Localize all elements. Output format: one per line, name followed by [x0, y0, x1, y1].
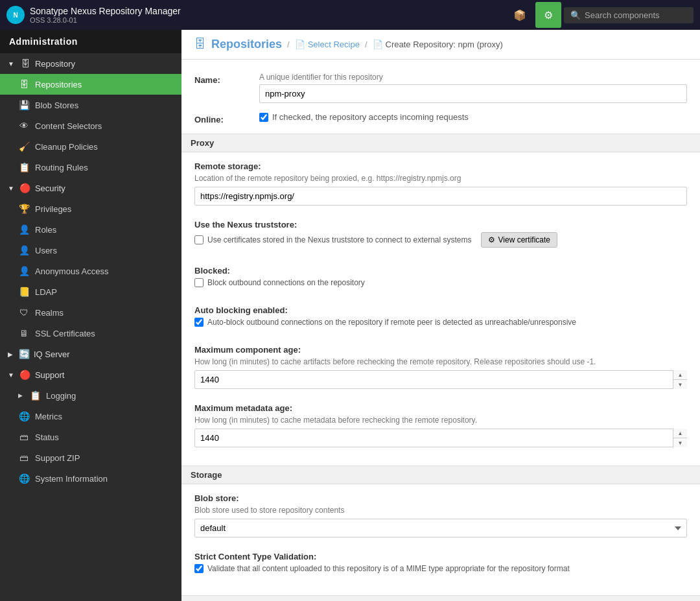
recipe-icon: 📄: [295, 40, 305, 49]
max-component-age-hint: How long (in minutes) to cache artifacts…: [194, 357, 687, 366]
content-header: 🗄 Repositories / 📄 Select Recipe / 📄 Cre…: [181, 30, 700, 60]
max-component-age-label: Maximum component age:: [194, 345, 687, 355]
sidebar-item-status[interactable]: 🗃 Status: [0, 427, 181, 447]
sidebar-item-metrics[interactable]: 🌐 Metrics: [0, 406, 181, 427]
sidebar-item-routing-rules[interactable]: 📋 Routing Rules: [0, 157, 181, 178]
auto-blocking-hint: Auto-block outbound connections on the r…: [207, 318, 576, 327]
sidebar-item-repositories[interactable]: 🗄 Repositories: [0, 74, 181, 95]
spinner-up-component[interactable]: ▲: [673, 370, 687, 380]
cert-icon: ⚙: [488, 235, 495, 244]
sidebar-section-repository: ▼ 🗄 Repository 🗄 Repositories 💾 Blob Sto…: [0, 53, 181, 178]
strict-content-label: Strict Content Type Validation:: [194, 552, 687, 561]
auto-blocking-checkbox[interactable]: [194, 318, 204, 327]
max-metadata-age-label: Maximum metadata age:: [194, 403, 687, 413]
sidebar-item-privileges[interactable]: 🏆 Privileges: [0, 198, 181, 219]
sidebar-item-ssl-certificates[interactable]: 🖥 SSL Certificates: [0, 323, 181, 344]
max-metadata-age-input[interactable]: [194, 429, 687, 447]
online-hint: If checked, the repository accepts incom…: [272, 112, 469, 122]
sidebar-item-logging-label: Logging: [46, 391, 76, 401]
name-input[interactable]: [259, 84, 687, 103]
blob-store-hint: Blob store used to store repository cont…: [194, 506, 687, 515]
ssl-certificates-icon: 🖥: [18, 328, 30, 338]
sidebar-item-blob-stores-label: Blob Stores: [35, 100, 78, 110]
sidebar-item-roles[interactable]: 👤 Roles: [0, 219, 181, 240]
name-hint: A unique identifier for this repository: [259, 73, 687, 82]
strict-content-section: Strict Content Type Validation: Validate…: [194, 552, 687, 583]
sidebar-item-support-zip-label: Support ZIP: [35, 453, 80, 463]
routing-rules-icon: 📋: [18, 162, 30, 172]
sidebar-group-security[interactable]: ▼ 🔴 Security: [0, 178, 181, 198]
sidebar-item-users-label: Users: [35, 246, 57, 255]
sidebar-item-realms[interactable]: 🛡 Realms: [0, 302, 181, 323]
breadcrumb-repo-icon: 🗄: [194, 38, 206, 51]
app-title: Sonatype Nexus Repository Manager: [30, 6, 181, 16]
blocked-section: Blocked: Block outbound connections on t…: [194, 266, 687, 298]
repository-group-icon: 🗄: [19, 58, 31, 69]
max-metadata-age-section: Maximum metadata age: How long (in minut…: [194, 403, 687, 454]
app-version: OSS 3.28.0-01: [30, 16, 181, 24]
caret-support: ▼: [8, 371, 14, 379]
sidebar-group-iq-server[interactable]: ▶ 🔄 IQ Server: [0, 344, 181, 364]
sidebar-item-logging[interactable]: ▶ 📋 Logging: [0, 385, 181, 406]
strict-content-hint: Validate that all content uploaded to th…: [207, 564, 570, 573]
proxy-section-header: Proxy: [181, 134, 700, 152]
sidebar-header: Administration: [0, 30, 181, 53]
realms-icon: 🛡: [18, 307, 30, 318]
spinners-component: ▲ ▼: [673, 370, 687, 389]
sidebar-item-support-zip[interactable]: 🗃 Support ZIP: [0, 447, 181, 468]
roles-icon: 👤: [18, 224, 30, 235]
sidebar-item-ssl-certificates-label: SSL Certificates: [35, 329, 95, 338]
sidebar-item-anonymous-access[interactable]: 👤 Anonymous Access: [0, 261, 181, 281]
sidebar-item-blob-stores[interactable]: 💾 Blob Stores: [0, 95, 181, 115]
sidebar-item-content-selectors-label: Content Selectors: [35, 121, 102, 131]
spinner-down-metadata[interactable]: ▼: [673, 438, 687, 447]
support-zip-icon: 🗃: [18, 453, 30, 463]
breadcrumb-root[interactable]: Repositories: [211, 38, 282, 51]
truststore-section: Use the Nexus truststore: Use certificat…: [194, 220, 687, 258]
truststore-checkbox[interactable]: [194, 235, 204, 244]
sidebar-item-ldap[interactable]: 📒 LDAP: [0, 281, 181, 302]
app-logo: N: [6, 6, 25, 24]
strict-content-checkbox[interactable]: [194, 564, 204, 573]
search-icon: 🔍: [570, 10, 581, 20]
search-container: 🔍: [564, 7, 694, 23]
sidebar-item-routing-rules-label: Routing Rules: [35, 163, 88, 172]
breadcrumb-step1[interactable]: 📄 Select Recipe: [295, 40, 360, 49]
caret-logging: ▶: [18, 392, 23, 399]
sidebar-item-system-information[interactable]: 🌐 System Information: [0, 468, 181, 489]
remote-storage-input[interactable]: [194, 187, 687, 206]
max-component-age-section: Maximum component age: How long (in minu…: [194, 345, 687, 395]
form-row-name: Name: A unique identifier for this repos…: [194, 73, 687, 103]
anonymous-access-icon: 👤: [18, 266, 30, 276]
auto-blocking-label: Auto blocking enabled:: [194, 305, 687, 315]
repository-group-label: Repository: [35, 59, 75, 69]
sidebar-group-support[interactable]: ▼ 🔴 Support: [0, 364, 181, 385]
sidebar-item-repositories-label: Repositories: [35, 80, 82, 89]
blob-stores-icon: 💾: [18, 100, 30, 110]
online-row: If checked, the repository accepts incom…: [259, 112, 687, 122]
online-field-container: If checked, the repository accepts incom…: [259, 112, 687, 122]
system-information-icon: 🌐: [18, 473, 30, 484]
view-certificate-button[interactable]: ⚙ View certificate: [481, 232, 557, 248]
sidebar-item-content-selectors[interactable]: 👁 Content Selectors: [0, 115, 181, 136]
sidebar-item-cleanup-policies[interactable]: 🧹 Cleanup Policies: [0, 136, 181, 157]
online-checkbox[interactable]: [259, 113, 268, 122]
box-icon-btn[interactable]: 📦: [507, 2, 533, 28]
blob-store-section: Blob store: Blob store used to store rep…: [194, 493, 687, 544]
status-icon: 🗃: [18, 432, 30, 442]
truststore-hint: Use certificates stored in the Nexus tru…: [207, 235, 472, 244]
blob-store-select[interactable]: default: [194, 519, 687, 537]
spinners-metadata: ▲ ▼: [673, 429, 687, 447]
settings-icon-btn[interactable]: ⚙: [535, 2, 561, 28]
main-layout: Administration ▼ 🗄 Repository 🗄 Reposito…: [0, 30, 700, 601]
repositories-icon: 🗄: [18, 79, 30, 89]
sidebar-item-roles-label: Roles: [35, 225, 56, 235]
spinner-down-component[interactable]: ▼: [673, 380, 687, 389]
max-component-age-input[interactable]: [194, 370, 687, 389]
sidebar-item-users[interactable]: 👤 Users: [0, 240, 181, 261]
search-input[interactable]: [585, 10, 688, 20]
iq-server-group-label: IQ Server: [34, 349, 70, 359]
blocked-checkbox[interactable]: [194, 278, 204, 287]
spinner-up-metadata[interactable]: ▲: [673, 429, 687, 438]
sidebar-group-repository[interactable]: ▼ 🗄 Repository: [0, 53, 181, 74]
